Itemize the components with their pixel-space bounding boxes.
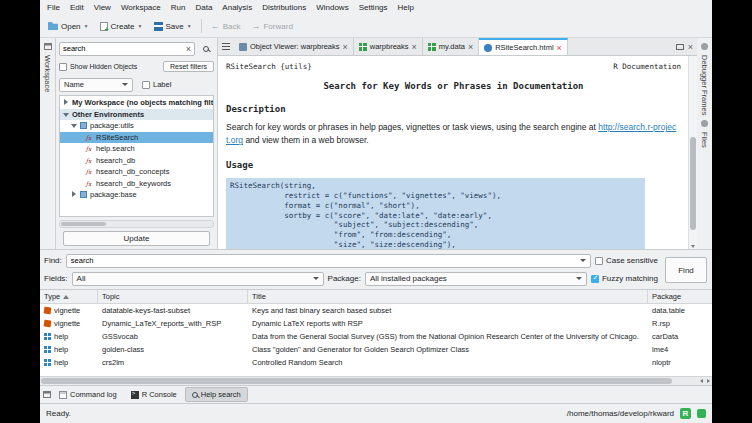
open-button[interactable]: Open ▼ [43,20,94,33]
menu-windows[interactable]: Windows [311,2,353,13]
new-document-icon [100,22,108,31]
column-header-title[interactable]: Title [248,290,648,303]
save-button[interactable]: Save ▼ [149,20,197,33]
workspace-search-row [59,41,214,56]
code-line: "subject", "subject:descending", [230,220,641,230]
find-combobox[interactable] [66,254,591,268]
table-row[interactable]: help golden-class Class "golden" and Gen… [40,343,712,356]
menu-settings[interactable]: Settings [354,2,393,13]
expander-icon[interactable] [62,98,69,107]
case-sensitive-checkbox[interactable]: Case sensitive [595,256,658,265]
cell-topic: crs2lm [102,358,124,367]
expander-icon[interactable] [70,190,77,199]
pin-icon[interactable] [701,120,708,127]
menu-workspace[interactable]: Workspace [116,2,166,13]
cell-package: carData [652,332,678,341]
forward-button[interactable]: Forward [246,19,297,33]
detach-icon[interactable] [676,44,684,50]
column-header-topic[interactable]: Topic [98,290,248,303]
table-row[interactable]: help crs2lm Controlled Random Search nlo… [40,356,712,369]
tree-item-help-search[interactable]: help.search [60,143,213,155]
scroll-right-arrow-icon[interactable] [707,379,710,383]
create-dropdown-arrow-icon[interactable]: ▼ [138,23,143,29]
close-icon[interactable] [688,42,693,52]
tab-warpbreaks[interactable]: warpbreaks [354,38,423,55]
files-dock-tab[interactable]: Files [700,132,709,148]
tab-my-data[interactable]: my.data [423,38,479,55]
find-input[interactable] [71,256,580,265]
find-button[interactable]: Find [665,257,707,283]
reset-filters-button[interactable]: Reset filters [163,61,214,72]
close-tab-icon[interactable] [468,42,473,52]
table-row[interactable]: help GSSvocab Data from the General Soci… [40,330,712,343]
workspace-search-field[interactable] [59,42,195,56]
document-vertical-scrollbar[interactable] [688,56,697,249]
close-tab-icon[interactable] [412,42,417,52]
tab-help-search[interactable]: Help search [185,387,248,402]
menu-distributions[interactable]: Distributions [257,2,311,13]
tree-item-package-base[interactable]: package:base [60,189,213,201]
bottom-dock-icon[interactable] [43,391,51,398]
create-button[interactable]: Create ▼ [95,20,148,33]
search-icon [203,46,209,52]
menu-data[interactable]: Data [190,2,217,13]
tree-item-hsearch-db-keywords[interactable]: hsearch_db_keywords [60,178,213,190]
workspace-search-input[interactable] [63,44,184,53]
table-row[interactable]: vignette datatable-keys-fast-subset Keys… [40,304,712,317]
r-engine-badge[interactable]: R [680,408,691,419]
label-filter-checkbox[interactable]: Label [142,80,171,89]
back-button[interactable]: Back [206,19,246,33]
tree-item-hsearch-db[interactable]: hsearch_db [60,155,213,167]
tree-item-hsearch-db-concepts[interactable]: hsearch_db_concepts [60,166,213,178]
clear-search-icon[interactable] [186,44,191,54]
table-horizontal-scrollbar[interactable] [40,376,712,385]
workspace-dock-tab[interactable]: Workspace [43,55,52,92]
open-dropdown-arrow-icon[interactable]: ▼ [84,23,89,29]
column-header-type[interactable]: Type [40,290,98,303]
menu-view[interactable]: View [89,2,116,13]
tree-horizontal-scrollbar[interactable] [59,220,214,228]
help-doc-type: R Documentation [613,62,681,71]
filter-row-2: Name Label [59,77,214,92]
back-arrow-icon [211,21,220,31]
scrollbar-thumb[interactable] [61,222,106,226]
tree-item-package-utils[interactable]: package:utils [60,120,213,132]
workspace-dock-icon[interactable] [44,43,52,50]
tab-object-viewer-warpbreaks[interactable]: Object Viewer: warpbreaks [234,38,354,55]
tree-item-rsitesearch[interactable]: RSiteSearch [60,132,213,144]
scroll-left-arrow-icon[interactable] [700,379,703,383]
menubar: File Edit View Workspace Run Data Analys… [40,0,712,15]
pin-icon[interactable] [701,43,708,50]
search-options-button[interactable] [198,42,214,56]
tree-item-other-environments[interactable]: Other Environments [60,109,213,121]
tab-list-button[interactable] [218,38,234,55]
tab-rsitesearch-html[interactable]: RSiteSearch.html [479,38,568,55]
close-tab-icon[interactable] [342,42,347,52]
sort-ascending-icon [63,295,69,299]
help-icon [44,346,51,353]
menu-analysis[interactable]: Analysis [217,2,257,13]
update-button[interactable]: Update [63,231,210,246]
fuzzy-matching-checkbox[interactable]: Fuzzy matching [591,274,658,283]
package-dropdown[interactable]: All installed packages [365,272,587,286]
tree-item-my-workspace[interactable]: My Workspace (no objects matching filter… [60,97,213,109]
menu-help[interactable]: Help [393,2,419,13]
menu-edit[interactable]: Edit [65,2,89,13]
debugger-frames-dock-tab[interactable]: Debugger Frames [700,55,709,115]
menu-file[interactable]: File [42,2,65,13]
scrollbar-thumb[interactable] [690,137,696,230]
show-hidden-checkbox[interactable]: Show Hidden Objects [59,63,137,71]
tab-command-log[interactable]: Command log [53,388,123,401]
scroll-down-arrow-icon[interactable] [691,245,695,248]
column-header-package[interactable]: Package [648,290,712,303]
fields-dropdown[interactable]: All [72,272,324,286]
close-tab-icon[interactable] [557,43,562,53]
expander-icon[interactable] [62,110,69,119]
name-filter-dropdown[interactable]: Name [59,78,133,92]
tab-r-console[interactable]: R Console [125,388,183,401]
menu-run[interactable]: Run [166,2,191,13]
save-dropdown-arrow-icon[interactable]: ▼ [187,23,192,29]
expander-icon[interactable] [70,121,77,130]
table-row[interactable]: vignette Dynamic_LaTeX_reports_with_RSP … [40,317,712,330]
scrollbar-thumb[interactable] [41,378,672,384]
